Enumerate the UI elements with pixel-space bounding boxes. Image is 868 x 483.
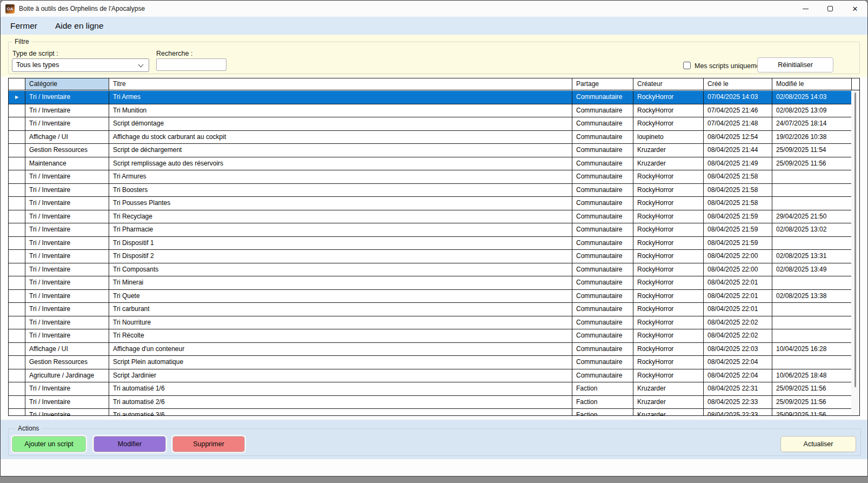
column-header-cree-le[interactable]: Créé le bbox=[704, 78, 772, 90]
table-row[interactable]: Agriculture / Jardinage Script Jardinier… bbox=[9, 369, 852, 383]
cell-category[interactable]: Affichage / UI bbox=[25, 343, 109, 356]
cell-creator[interactable]: RockyHorror bbox=[633, 303, 704, 316]
cell-share[interactable]: Faction bbox=[572, 382, 633, 395]
cell-created[interactable]: 08/04/2025 22:01 bbox=[704, 303, 772, 316]
table-row[interactable]: Tri / Inventaire Tri Armures Communautai… bbox=[9, 170, 852, 184]
table-row[interactable]: Tri / Inventaire Tri automatisé 2/6 Fact… bbox=[9, 396, 852, 409]
table-row[interactable]: Tri / Inventaire Tri Boosters Communauta… bbox=[9, 184, 852, 197]
cell-title[interactable]: Tri Dispositif 2 bbox=[109, 250, 572, 263]
table-row[interactable]: Affichage / UI Affichage du stock carbur… bbox=[9, 131, 852, 144]
cell-created[interactable]: 07/04/2025 21:48 bbox=[704, 117, 772, 130]
cell-share[interactable]: Communautaire bbox=[572, 210, 633, 223]
row-selector-cell[interactable] bbox=[9, 316, 25, 329]
cell-title[interactable]: Affichage du stock carburant au cockpit bbox=[109, 131, 572, 144]
cell-created[interactable]: 08/04/2025 21:58 bbox=[704, 197, 772, 210]
cell-category[interactable]: Tri / Inventaire bbox=[25, 170, 109, 183]
cell-share[interactable]: Communautaire bbox=[572, 91, 633, 104]
cell-category[interactable]: Tri / Inventaire bbox=[25, 223, 109, 236]
cell-creator[interactable]: RockyHorror bbox=[633, 356, 704, 369]
cell-creator[interactable]: Kruzarder bbox=[633, 382, 704, 395]
cell-share[interactable]: Communautaire bbox=[572, 223, 633, 236]
cell-modified[interactable]: 02/08/2025 13:38 bbox=[772, 290, 852, 303]
cell-title[interactable]: Tri automatisé 3/6 bbox=[109, 409, 572, 415]
cell-modified[interactable]: 10/04/2025 16:28 bbox=[772, 343, 852, 356]
cell-category[interactable]: Tri / Inventaire bbox=[25, 184, 109, 197]
cell-creator[interactable]: RockyHorror bbox=[633, 316, 704, 329]
cell-created[interactable]: 08/04/2025 21:59 bbox=[704, 223, 772, 236]
cell-modified[interactable]: 25/09/2025 11:54 bbox=[772, 144, 852, 157]
cell-creator[interactable]: loupineto bbox=[633, 131, 704, 144]
cell-share[interactable]: Faction bbox=[572, 409, 633, 415]
cell-category[interactable]: Gestion Ressources bbox=[25, 356, 109, 369]
row-selector-cell[interactable] bbox=[9, 382, 25, 395]
row-selector-cell[interactable] bbox=[9, 250, 25, 263]
table-row[interactable]: Tri / Inventaire Tri Dispositif 1 Commun… bbox=[9, 237, 852, 250]
cell-category[interactable]: Tri / Inventaire bbox=[25, 197, 109, 210]
table-row[interactable]: Tri / Inventaire Tri Minerai Communautai… bbox=[9, 276, 852, 290]
cell-title[interactable]: Tri automatisé 1/6 bbox=[109, 382, 572, 395]
cell-creator[interactable]: RockyHorror bbox=[633, 343, 704, 356]
cell-category[interactable]: Tri / Inventaire bbox=[25, 91, 109, 104]
table-row[interactable]: Tri / Inventaire Tri Pousses Plantes Com… bbox=[9, 197, 852, 210]
cell-category[interactable]: Maintenance bbox=[25, 157, 109, 170]
row-selector-cell[interactable] bbox=[9, 197, 25, 210]
cell-creator[interactable]: Kruzarder bbox=[633, 157, 704, 170]
column-header-categorie[interactable]: Catégorie bbox=[25, 78, 109, 90]
cell-created[interactable]: 07/04/2025 14:03 bbox=[704, 91, 772, 104]
row-selector-cell[interactable] bbox=[9, 157, 25, 170]
row-selector-cell[interactable] bbox=[9, 329, 25, 342]
cell-title[interactable]: Tri Dispositif 1 bbox=[109, 237, 572, 250]
edit-button[interactable]: Modifier bbox=[94, 436, 166, 452]
table-row[interactable]: Tri / Inventaire Script démontage Commun… bbox=[9, 117, 852, 131]
cell-title[interactable]: Script Jardinier bbox=[109, 369, 572, 382]
row-selector-cell[interactable] bbox=[9, 396, 25, 409]
menu-item-aide[interactable]: Aide en ligne bbox=[55, 21, 104, 31]
cell-creator[interactable]: RockyHorror bbox=[633, 276, 704, 289]
cell-category[interactable]: Tri / Inventaire bbox=[25, 250, 109, 263]
cell-modified[interactable] bbox=[772, 303, 852, 316]
table-row[interactable]: Tri / Inventaire Tri Composants Communau… bbox=[9, 263, 852, 277]
cell-title[interactable]: Script Plein automatique bbox=[109, 356, 572, 369]
script-type-dropdown[interactable]: Tous les types bbox=[12, 58, 149, 72]
column-header-partage[interactable]: Partage bbox=[572, 78, 633, 90]
cell-creator[interactable]: RockyHorror bbox=[633, 91, 704, 104]
table-row[interactable]: Gestion Ressources Script de déchargemen… bbox=[9, 144, 852, 157]
column-header-modifie-le[interactable]: Modifié le bbox=[772, 78, 852, 90]
row-selector-header[interactable] bbox=[9, 78, 25, 90]
refresh-button[interactable]: Actualiser bbox=[780, 436, 856, 452]
cell-modified[interactable] bbox=[772, 356, 852, 369]
cell-share[interactable]: Communautaire bbox=[572, 369, 633, 382]
cell-title[interactable]: Tri Recyclage bbox=[109, 210, 572, 223]
cell-modified[interactable]: 02/08/2025 13:31 bbox=[772, 250, 852, 263]
cell-creator[interactable]: RockyHorror bbox=[633, 104, 704, 117]
row-selector-cell[interactable] bbox=[9, 237, 25, 250]
cell-creator[interactable]: RockyHorror bbox=[633, 369, 704, 382]
cell-creator[interactable]: RockyHorror bbox=[633, 197, 704, 210]
cell-share[interactable]: Communautaire bbox=[572, 117, 633, 130]
cell-share[interactable]: Communautaire bbox=[572, 104, 633, 117]
row-selector-cell[interactable] bbox=[9, 290, 25, 303]
cell-created[interactable]: 08/04/2025 21:58 bbox=[704, 170, 772, 183]
cell-share[interactable]: Communautaire bbox=[572, 329, 633, 342]
cell-share[interactable]: Faction bbox=[572, 396, 633, 409]
cell-title[interactable]: Tri Armes bbox=[109, 91, 572, 104]
cell-share[interactable]: Communautaire bbox=[572, 184, 633, 197]
add-script-button[interactable]: Ajouter un script bbox=[12, 436, 86, 452]
cell-title[interactable]: Tri carburant bbox=[109, 303, 572, 316]
cell-created[interactable]: 08/04/2025 21:59 bbox=[704, 210, 772, 223]
cell-modified[interactable]: 02/08/2025 13:49 bbox=[772, 263, 852, 276]
cell-share[interactable]: Communautaire bbox=[572, 170, 633, 183]
table-row[interactable]: Affichage / UI Affichage d'un conteneur … bbox=[9, 343, 852, 356]
cell-creator[interactable]: RockyHorror bbox=[633, 237, 704, 250]
row-selector-cell[interactable] bbox=[9, 170, 25, 183]
vertical-scrollbar[interactable] bbox=[851, 91, 859, 415]
minimize-button[interactable] bbox=[793, 1, 818, 17]
cell-title[interactable]: Tri Récolte bbox=[109, 329, 572, 342]
cell-share[interactable]: Communautaire bbox=[572, 250, 633, 263]
cell-share[interactable]: Communautaire bbox=[572, 303, 633, 316]
cell-title[interactable]: Script remplissage auto des réservoirs bbox=[109, 157, 572, 170]
cell-created[interactable]: 08/04/2025 22:01 bbox=[704, 290, 772, 303]
row-selector-cell[interactable] bbox=[9, 263, 25, 276]
cell-category[interactable]: Gestion Ressources bbox=[25, 144, 109, 157]
only-my-scripts-checkbox[interactable] bbox=[683, 62, 691, 69]
